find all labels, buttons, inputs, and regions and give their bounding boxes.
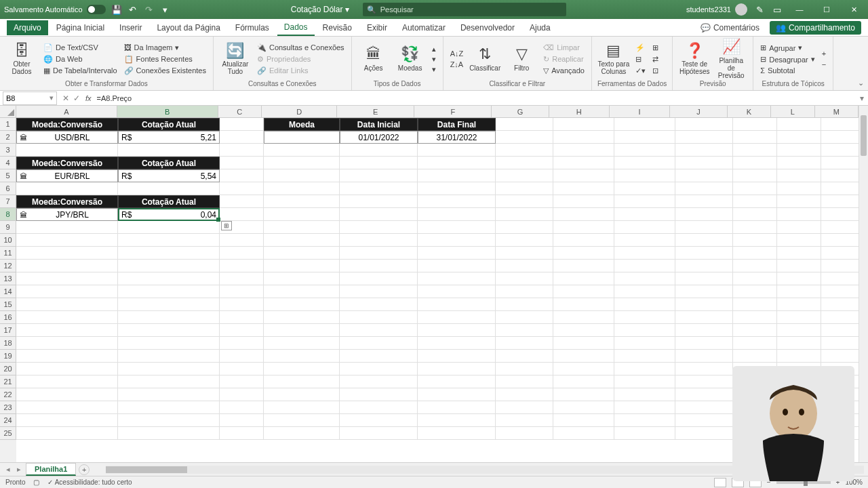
cell[interactable] bbox=[340, 285, 418, 298]
sort-desc-button[interactable]: Z↓A bbox=[449, 60, 465, 69]
cell[interactable]: Data Final bbox=[418, 118, 496, 131]
cell[interactable] bbox=[264, 388, 340, 401]
cell[interactable] bbox=[675, 260, 733, 272]
cell[interactable] bbox=[418, 234, 496, 247]
row-header[interactable]: 18 bbox=[0, 337, 16, 350]
cell[interactable] bbox=[777, 118, 821, 131]
cell[interactable] bbox=[777, 260, 821, 272]
advanced-filter-button[interactable]: ▽Avançado bbox=[542, 66, 586, 76]
currencies-button[interactable]: 💱Moedas bbox=[394, 46, 427, 71]
sort-button[interactable]: ⇅Classificar bbox=[469, 46, 501, 71]
tab-automate[interactable]: Automatizar bbox=[395, 20, 452, 35]
cell[interactable] bbox=[614, 221, 675, 234]
cell[interactable] bbox=[733, 272, 777, 285]
tab-review[interactable]: Revisão bbox=[316, 20, 359, 35]
cell[interactable] bbox=[496, 350, 553, 363]
cell[interactable] bbox=[118, 337, 220, 350]
cell[interactable] bbox=[733, 118, 777, 131]
tab-view[interactable]: Exibir bbox=[360, 20, 394, 35]
cell[interactable] bbox=[220, 350, 264, 363]
cell[interactable] bbox=[614, 144, 675, 157]
cell[interactable]: Cotação Atual bbox=[118, 157, 220, 169]
cell[interactable] bbox=[418, 324, 496, 337]
row-header[interactable]: 19 bbox=[0, 350, 16, 363]
cell[interactable] bbox=[614, 363, 675, 375]
from-table-button[interactable]: ▦De Tabela/Intervalo bbox=[42, 66, 119, 76]
cell[interactable]: Moeda:Conversão bbox=[16, 118, 118, 131]
cell[interactable] bbox=[418, 144, 496, 157]
maximize-button[interactable]: ☐ bbox=[816, 3, 837, 16]
row-header[interactable]: 8 bbox=[0, 208, 16, 221]
cell[interactable] bbox=[675, 208, 733, 221]
cell[interactable] bbox=[418, 298, 496, 311]
cell[interactable] bbox=[340, 337, 418, 350]
cell[interactable] bbox=[496, 118, 553, 131]
get-data-button[interactable]: 🗄Obter Dados bbox=[5, 43, 38, 75]
from-image-button[interactable]: 🖼Da Imagem ▾ bbox=[123, 43, 208, 53]
tab-help[interactable]: Ajuda bbox=[523, 20, 557, 35]
cell[interactable] bbox=[553, 388, 614, 401]
cell[interactable]: Moeda bbox=[264, 118, 340, 131]
cell[interactable] bbox=[496, 337, 553, 350]
remove-dup-button[interactable]: ⊟ bbox=[634, 54, 647, 64]
cell[interactable] bbox=[340, 350, 418, 363]
zoom-out-button[interactable]: − bbox=[767, 479, 771, 486]
column-header[interactable]: E bbox=[337, 106, 414, 118]
filter-button[interactable]: ▽Filtro bbox=[505, 46, 538, 71]
cell[interactable] bbox=[418, 414, 496, 427]
cell[interactable] bbox=[553, 350, 614, 363]
datatype-more-button[interactable]: ▾ bbox=[431, 64, 437, 75]
cell[interactable] bbox=[614, 337, 675, 350]
cell[interactable] bbox=[777, 234, 821, 247]
scroll-thumb[interactable] bbox=[106, 466, 187, 473]
cell[interactable] bbox=[16, 414, 118, 427]
cell[interactable] bbox=[220, 182, 264, 195]
cell[interactable] bbox=[16, 221, 118, 234]
select-all-button[interactable] bbox=[0, 106, 16, 118]
cell[interactable] bbox=[733, 285, 777, 298]
normal-view-button[interactable] bbox=[714, 478, 726, 487]
cell[interactable] bbox=[496, 375, 553, 388]
cell[interactable]: R$0,04 bbox=[118, 208, 220, 221]
cell[interactable] bbox=[264, 285, 340, 298]
cell[interactable] bbox=[264, 363, 340, 375]
cell[interactable] bbox=[675, 388, 733, 401]
pen-icon[interactable]: ✎ bbox=[754, 4, 765, 15]
cell[interactable] bbox=[220, 195, 264, 208]
undo-icon[interactable]: ↶ bbox=[127, 4, 138, 15]
cell[interactable] bbox=[264, 195, 340, 208]
queries-button[interactable]: 🔌Consultas e Conexões bbox=[256, 43, 346, 53]
cell[interactable] bbox=[614, 427, 675, 440]
cell[interactable] bbox=[118, 388, 220, 401]
cell[interactable] bbox=[418, 350, 496, 363]
cell[interactable]: 31/01/2022 bbox=[418, 131, 496, 144]
cell[interactable] bbox=[220, 337, 264, 350]
cell[interactable] bbox=[614, 260, 675, 272]
minimize-button[interactable]: — bbox=[789, 3, 810, 16]
cell[interactable] bbox=[340, 221, 418, 234]
cell[interactable] bbox=[733, 414, 777, 427]
cell[interactable] bbox=[340, 375, 418, 388]
cell[interactable] bbox=[553, 311, 614, 324]
cell[interactable] bbox=[553, 247, 614, 260]
row-header[interactable]: 14 bbox=[0, 285, 16, 298]
cell[interactable] bbox=[733, 350, 777, 363]
qat-dropdown-icon[interactable]: ▾ bbox=[160, 4, 171, 15]
cell[interactable] bbox=[675, 324, 733, 337]
close-button[interactable]: ✕ bbox=[844, 3, 864, 16]
row-header[interactable]: 25 bbox=[0, 427, 16, 440]
cell[interactable] bbox=[340, 401, 418, 414]
cell[interactable] bbox=[777, 169, 821, 182]
row-header[interactable]: 2 bbox=[0, 131, 16, 144]
cell[interactable] bbox=[418, 337, 496, 350]
cell[interactable] bbox=[675, 375, 733, 388]
hide-detail-button[interactable]: − bbox=[821, 60, 827, 69]
row-header[interactable]: 23 bbox=[0, 401, 16, 414]
cell[interactable] bbox=[614, 234, 675, 247]
cell[interactable] bbox=[614, 285, 675, 298]
cell[interactable] bbox=[220, 131, 264, 144]
cell[interactable] bbox=[777, 298, 821, 311]
cell[interactable] bbox=[496, 324, 553, 337]
show-detail-button[interactable]: + bbox=[821, 49, 827, 58]
column-header[interactable]: L bbox=[771, 106, 814, 118]
